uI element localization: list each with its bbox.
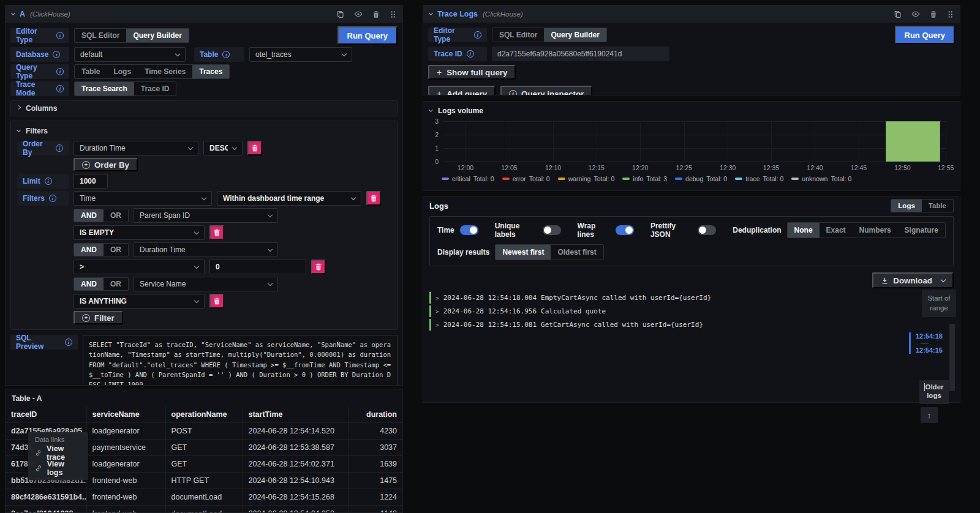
info-icon[interactable]: [49, 195, 56, 202]
view-trace-menu-item[interactable]: View trace: [35, 445, 81, 460]
query-type-logs[interactable]: Logs: [107, 65, 138, 78]
column-header[interactable]: serviceName: [86, 406, 165, 423]
limit-input[interactable]: 1000: [74, 174, 108, 189]
columns-section[interactable]: Columns: [10, 100, 398, 116]
dedup-none-option[interactable]: None: [788, 223, 820, 238]
trace-mode-trace-search[interactable]: Trace Search: [75, 82, 134, 95]
and-option[interactable]: AND: [74, 244, 104, 256]
remove-condition-button[interactable]: [209, 294, 224, 309]
database-select[interactable]: default: [74, 47, 186, 62]
remove-condition-button[interactable]: [311, 260, 326, 274]
condition-operator-select[interactable]: IS ANYTHING: [74, 294, 205, 309]
copy-icon[interactable]: [336, 10, 344, 18]
condition-operator-select[interactable]: >: [74, 260, 205, 274]
expand-icon[interactable]: [435, 307, 439, 315]
logs-volume-header[interactable]: Logs volume: [423, 102, 960, 115]
table-select[interactable]: otel_traces: [249, 47, 352, 62]
column-header[interactable]: startTime: [243, 406, 348, 423]
info-icon[interactable]: [56, 32, 64, 39]
column-header[interactable]: operationName: [165, 406, 243, 423]
dedup-exact-option[interactable]: Exact: [820, 223, 853, 238]
legend-item[interactable]: criticalTotal: 0: [442, 175, 494, 182]
dedup-numbers-option[interactable]: Numbers: [853, 223, 898, 238]
and-option[interactable]: AND: [74, 209, 104, 222]
drag-handle-icon[interactable]: [947, 10, 954, 18]
condition-field-select[interactable]: Service Name: [134, 277, 278, 291]
show-full-query-button[interactable]: Show full query: [428, 65, 516, 80]
view-table-option[interactable]: Table: [922, 200, 953, 212]
unique-labels-toggle[interactable]: [543, 225, 561, 235]
editor-type-sql-editor[interactable]: SQL Editor: [75, 29, 126, 42]
panel-collapse-icon[interactable]: [11, 11, 15, 15]
info-icon[interactable]: [56, 68, 64, 75]
and-option[interactable]: AND: [74, 278, 104, 290]
info-icon[interactable]: [467, 50, 474, 58]
expand-icon[interactable]: [435, 321, 439, 329]
legend-item[interactable]: traceTotal: 0: [735, 175, 783, 182]
add-filter-button[interactable]: Filter: [74, 311, 123, 324]
editor-type-query-builder[interactable]: Query Builder: [126, 29, 188, 42]
oldest-first-option[interactable]: Oldest first: [551, 245, 603, 260]
older-logs-button[interactable]: Older logs: [919, 380, 949, 404]
info-icon[interactable]: [56, 85, 64, 92]
or-option[interactable]: OR: [104, 209, 128, 222]
remove-condition-button[interactable]: [209, 225, 224, 240]
legend-item[interactable]: infoTotal: 3: [622, 175, 667, 182]
expand-icon[interactable]: [435, 294, 439, 302]
trash-icon[interactable]: [930, 10, 937, 18]
legend-item[interactable]: debugTotal: 0: [675, 175, 727, 182]
info-icon[interactable]: [474, 31, 481, 39]
filter-time-field-select[interactable]: Time: [74, 191, 212, 206]
query-inspector-button[interactable]: Query inspector: [500, 86, 592, 95]
log-scrollbar[interactable]: [949, 324, 955, 391]
run-query-button[interactable]: Run Query: [337, 26, 398, 45]
query-type-table[interactable]: Table: [75, 65, 107, 78]
editor-type-sql-editor[interactable]: SQL Editor: [492, 28, 544, 42]
logs-volume-bar-info[interactable]: [886, 121, 940, 162]
legend-item[interactable]: warningTotal: 0: [558, 175, 615, 182]
or-option[interactable]: OR: [104, 244, 128, 256]
wrap-lines-toggle[interactable]: [616, 225, 634, 235]
dedup-signature-option[interactable]: Signature: [898, 223, 945, 238]
condition-operator-select[interactable]: IS EMPTY: [74, 225, 205, 240]
info-icon[interactable]: [56, 144, 63, 152]
query-type-time-series[interactable]: Time Series: [138, 65, 192, 78]
log-line[interactable]: 2024-06-28 12:54:18.004 EmptyCartAsync c…: [429, 292, 899, 304]
time-toggle[interactable]: [460, 225, 478, 235]
panel-collapse-icon[interactable]: [429, 11, 433, 15]
trash-icon[interactable]: [372, 10, 380, 18]
view-logs-option[interactable]: Logs: [891, 200, 921, 212]
remove-filter-button[interactable]: [366, 191, 381, 206]
newest-first-option[interactable]: Newest first: [496, 245, 551, 260]
log-line[interactable]: 2024-06-28 12:54:16.956 Calculated quote: [429, 305, 899, 317]
run-query-button[interactable]: Run Query: [895, 26, 955, 44]
trace-id-link[interactable]: 8ce7acf81941938...: [6, 506, 86, 513]
info-icon[interactable]: [45, 178, 52, 185]
drag-handle-icon[interactable]: [390, 10, 396, 18]
log-time-range-rail[interactable]: 12:54:18 12:54:15: [909, 332, 943, 354]
order-by-field-select[interactable]: Duration Time: [74, 141, 198, 155]
condition-value-input[interactable]: 0: [209, 260, 306, 274]
trace-id-link[interactable]: 89cf4286e631591b4...: [6, 489, 86, 506]
eye-icon[interactable]: [911, 10, 920, 18]
column-header[interactable]: traceID: [6, 406, 86, 423]
remove-order-by-button[interactable]: [247, 141, 262, 155]
legend-item[interactable]: errorTotal: 0: [502, 175, 550, 182]
editor-type-query-builder[interactable]: Query Builder: [544, 28, 606, 42]
download-button[interactable]: Download: [872, 272, 954, 288]
filters-section-header[interactable]: Filters: [17, 124, 391, 138]
info-icon[interactable]: [65, 339, 72, 346]
order-by-direction-select[interactable]: DESC: [203, 141, 243, 155]
view-logs-menu-item[interactable]: View logs: [35, 460, 81, 476]
trace-mode-trace-id[interactable]: Trace ID: [134, 82, 176, 95]
info-icon[interactable]: [53, 51, 60, 58]
prettify-json-toggle[interactable]: [698, 225, 716, 235]
info-icon[interactable]: [222, 51, 230, 58]
or-option[interactable]: OR: [104, 278, 128, 290]
eye-icon[interactable]: [354, 10, 363, 18]
column-header[interactable]: duration: [348, 406, 402, 423]
add-query-button[interactable]: Add query: [428, 86, 496, 95]
filter-time-value-select[interactable]: Within dashboard time range: [217, 191, 361, 206]
query-type-traces[interactable]: Traces: [192, 65, 229, 78]
condition-field-select[interactable]: Duration Time: [134, 242, 278, 257]
